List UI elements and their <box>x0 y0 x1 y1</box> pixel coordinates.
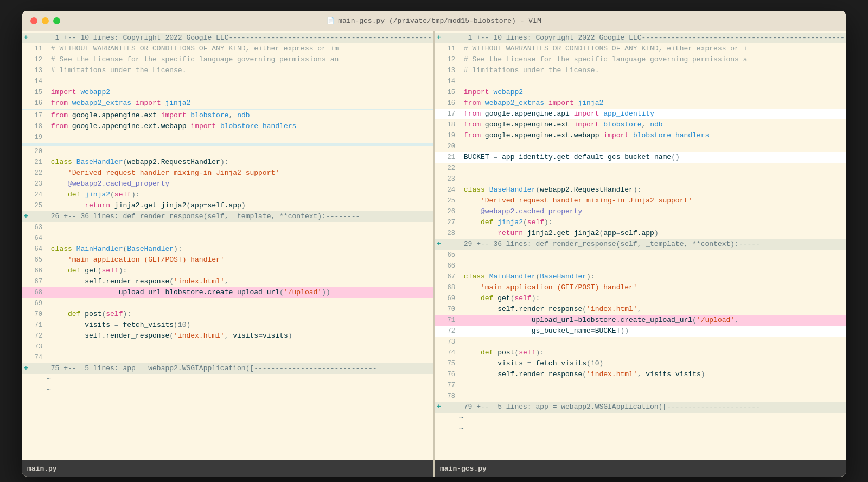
code-line: + 26 +-- 36 lines: def render_response(s… <box>22 211 433 222</box>
plus-marker <box>22 87 29 98</box>
line-text: ~ <box>459 423 846 434</box>
code-line: 18 from google.appengine.ext.webapp impo… <box>22 121 433 132</box>
plus-marker: + <box>22 363 29 374</box>
code-line: 18 from google.appengine.ext import blob… <box>435 119 846 130</box>
code-line: 22 <box>435 163 846 174</box>
plus-marker <box>435 271 442 282</box>
line-text: class MainHandler(BaseHandler): <box>47 244 433 255</box>
line-number: 71 <box>442 315 459 326</box>
plus-marker <box>435 337 442 347</box>
line-text: def post(self): <box>47 309 433 320</box>
close-button[interactable] <box>30 17 37 24</box>
plus-marker: + <box>435 239 442 250</box>
code-line: 14 <box>22 76 433 87</box>
plus-marker <box>22 298 29 309</box>
line-text: class BaseHandler(webapp2.RequestHandler… <box>459 185 846 195</box>
line-text: @webapp2.cached_property <box>459 206 846 217</box>
plus-marker <box>22 341 29 352</box>
plus-marker: + <box>22 211 29 222</box>
code-line: 72 self.render_response('index.html', vi… <box>22 331 433 341</box>
code-line: 12 # See the License for the specific la… <box>22 54 433 65</box>
line-text: BUCKET = app_identity.get_default_gcs_bu… <box>459 152 846 163</box>
code-line: 63 <box>22 222 433 233</box>
plus-marker <box>22 309 29 320</box>
line-text: # See the License for the specific langu… <box>459 54 846 65</box>
line-number: 69 <box>442 293 459 304</box>
plus-marker <box>22 189 29 200</box>
left-statusbar: main.py <box>22 460 433 477</box>
plus-marker <box>435 293 442 304</box>
line-number: 78 <box>442 391 459 402</box>
code-line: 69 def get(self): <box>435 293 846 304</box>
code-line: 13 # limitations under the License. <box>22 65 433 76</box>
code-line: 21 class BaseHandler(webapp2.RequestHand… <box>22 157 433 168</box>
plus-marker <box>22 65 29 76</box>
line-number: 13 <box>29 65 47 76</box>
line-text: def jinja2(self): <box>47 189 433 200</box>
code-line: 11 # WITHOUT WARRANTIES OR CONDITIONS OF… <box>435 43 846 54</box>
code-line: 25 'Derived request handler mixing-in Ji… <box>435 195 846 206</box>
plus-marker <box>435 358 442 369</box>
maximize-button[interactable] <box>53 17 60 24</box>
code-line: 22 'Derived request handler mixing-in Ji… <box>22 168 433 179</box>
minimize-button[interactable] <box>42 17 49 24</box>
code-line: 69 <box>22 298 433 309</box>
line-number: 25 <box>29 200 47 211</box>
line-number: 14 <box>29 76 47 87</box>
code-line: 17 from google.appengine.api import app_… <box>435 109 846 119</box>
line-text: def get(self): <box>459 293 846 304</box>
plus-marker <box>22 200 29 211</box>
code-line: 70 def post(self): <box>22 309 433 320</box>
plus-marker <box>22 233 29 244</box>
line-number: 75 <box>442 358 459 369</box>
line-number: 70 <box>442 304 459 315</box>
line-number: 74 <box>442 347 459 358</box>
line-number: 65 <box>442 250 459 261</box>
line-text: self.render_response('index.html', <box>459 304 846 315</box>
line-text: ~ <box>47 374 433 385</box>
line-number: 64 <box>29 244 47 255</box>
line-text: # limitations under the License. <box>47 65 433 76</box>
line-text: upload_url=blobstore.create_upload_url('… <box>459 315 846 326</box>
plus-marker <box>22 374 29 385</box>
line-text: from google.appengine.ext.webapp import … <box>47 121 433 132</box>
plus-marker <box>435 304 442 315</box>
line-number: 17 <box>29 110 47 121</box>
plus-marker <box>22 255 29 265</box>
titlebar: 📄 main-gcs.py (/private/tmp/mod15-blobst… <box>22 11 846 31</box>
code-line: + 1 +-- 10 lines: Copyright 2022 Google … <box>435 33 846 43</box>
plus-marker <box>435 163 442 174</box>
plus-marker <box>435 98 442 109</box>
plus-marker <box>22 54 29 65</box>
left-code-area: + 1 +-- 10 lines: Copyright 2022 Google … <box>22 31 433 460</box>
line-number: 15 <box>442 87 459 98</box>
line-text: 1 +-- 10 lines: Copyright 2022 Google LL… <box>47 33 433 43</box>
code-line: 64 <box>22 233 433 244</box>
code-line: 67 self.render_response('index.html', <box>22 276 433 287</box>
code-line: ~ <box>435 413 846 423</box>
line-number: 76 <box>442 369 459 380</box>
right-statusbar-label: main-gcs.py <box>440 465 487 473</box>
code-line: 71 upload_url=blobstore.create_upload_ur… <box>435 315 846 326</box>
right-statusbar: main-gcs.py <box>435 460 846 477</box>
plus-marker <box>435 206 442 217</box>
plus-marker <box>435 250 442 261</box>
line-number: 12 <box>29 54 47 65</box>
code-line: + 79 +-- 5 lines: app = webapp2.WSGIAppl… <box>435 402 846 413</box>
code-line: 16 from webapp2_extras import jinja2 <box>22 98 433 109</box>
line-number: 64 <box>29 233 47 244</box>
plus-marker <box>435 423 442 434</box>
plus-marker <box>435 119 442 130</box>
code-line: 75 visits = fetch_visits(10) <box>435 358 846 369</box>
line-text: from webapp2_extras import jinja2 <box>459 98 846 109</box>
line-text: self.render_response('index.html', visit… <box>459 369 846 380</box>
line-text: return jinja2.get_jinja2(app=self.app) <box>47 200 433 211</box>
line-number: 20 <box>29 146 47 157</box>
line-number: 73 <box>29 341 47 352</box>
line-number: 27 <box>442 217 459 228</box>
plus-marker <box>435 76 442 87</box>
plus-marker <box>22 168 29 179</box>
line-text: 1 +-- 10 lines: Copyright 2022 Google LL… <box>459 33 846 43</box>
line-number: 11 <box>29 43 47 54</box>
line-number: 74 <box>29 352 47 363</box>
